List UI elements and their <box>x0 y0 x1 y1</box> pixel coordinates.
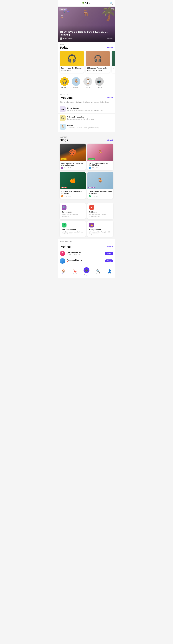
blog-date: 23 Sep 2019 <box>91 167 98 168</box>
menu-icon[interactable]: ☰ <box>60 2 62 5</box>
blog-meta: M 23 Sep 2019 <box>89 167 112 169</box>
feature-card[interactable]: ⚙️ Components Use the fastest easy-to-us… <box>60 203 86 219</box>
products-label: OVERVIEW <box>58 92 115 96</box>
blog-card-title: Check the Best Selling Furniture of This… <box>89 190 112 194</box>
news-card-title: 20 Presents That Actually Won't Get Re-G… <box>87 67 109 72</box>
hero-time: 5 hours ago <box>106 38 113 40</box>
news-card-body: Is This a New Trend? <box>112 66 115 70</box>
blog-avatar: M <box>89 167 91 169</box>
nav-item-home[interactable]: 🏠 Home <box>58 269 69 274</box>
categories-section: 🎧 Headphones 🪑 Furniture ⌚ Watch 📷 Camer… <box>58 76 115 92</box>
blogs-label: LASTEST <box>58 134 115 138</box>
profile-item: F Furmaan Bharyar 📍 London Follow <box>58 257 115 265</box>
blog-tag: FOODS <box>61 186 67 188</box>
blogs-title: Blogs <box>60 138 68 142</box>
product-thumb: 🕶️ <box>60 106 66 112</box>
profile-avatar: C <box>60 251 65 256</box>
product-item[interactable]: 🕶️ Pinky Glasses Simple and elegant desi… <box>58 105 115 114</box>
profile-icon: 👤 <box>108 269 111 273</box>
nav-item-compose[interactable]: ➕ Compose <box>81 268 92 276</box>
feature-desc: We designed Bitter Ready to build long i… <box>89 231 111 235</box>
nav-item-search[interactable]: 🔍 Search <box>92 269 104 274</box>
blog-card-body: Is Orange Juice the Enemy of the Disease… <box>60 190 86 199</box>
blog-meta: A 13 Sep 2019 <box>61 195 84 198</box>
app-name: Bitter <box>85 2 91 4</box>
news-card[interactable]: 🎧 Can you spot the difference in this sc… <box>60 51 84 73</box>
profile-name: Furmaan Bharyar <box>67 259 103 261</box>
feature-desc: All in Bitter you can easily build and a… <box>62 231 84 235</box>
follow-button[interactable]: Follow <box>105 252 113 255</box>
category-label: Watch <box>86 86 90 88</box>
products-view-all[interactable]: View All <box>107 97 113 99</box>
category-item[interactable]: ⌚ Watch <box>83 77 92 88</box>
blog-tag: SPORT <box>61 158 67 160</box>
product-item[interactable]: 🪑 Hybrid Just what you need for perfect … <box>58 122 115 131</box>
search-icon[interactable]: 🔍 <box>110 2 113 5</box>
feature-icon: ✕ <box>89 205 94 210</box>
blogs-grid: 🏀 SPORT Juxon praises Pen's resilience a… <box>58 144 115 201</box>
profile-info: Carmen Beltrán 📍 Mars 100% (29) <box>67 251 103 255</box>
feature-card[interactable]: ✕ UX Based We designed Bitter UX based, … <box>87 203 113 219</box>
profiles-section: MOST POPULAR Profiles View all C Carmen … <box>58 239 115 267</box>
nav-label-search: Search <box>96 273 100 274</box>
nav-item-profile[interactable]: 👤 Profile <box>104 269 115 274</box>
saved-icon: 🔖 <box>73 269 77 273</box>
category-label: Camera <box>97 86 102 88</box>
today-view-all[interactable]: View All <box>107 47 113 48</box>
app-title: 🌿 Bitter <box>82 2 91 4</box>
blog-meta: C 13 Sep 2019 <box>89 195 112 198</box>
news-card-image: 🎧 <box>60 51 84 66</box>
blog-card-image: 🏀 SPORT <box>60 144 86 161</box>
products-header: Products View All <box>58 96 115 101</box>
blog-card[interactable]: 🍊 FOODS Is Orange Juice the Enemy of the… <box>60 172 86 199</box>
blog-card-title: Juxon praises Pen's resilience after tes… <box>61 162 84 166</box>
follow-button[interactable]: Follow <box>105 260 113 262</box>
hero-likes: ♥ 523 <box>110 8 114 10</box>
today-section: NEWS Today View All 🎧 Can you spot the d… <box>58 42 115 76</box>
news-card-image: 🕶️ <box>112 51 115 66</box>
blog-card-title: Is Orange Juice the Enemy of the Disease… <box>61 190 84 194</box>
blog-card-image: 🍊 FOODS <box>60 172 86 190</box>
feature-name: Well Documented <box>62 228 84 230</box>
nav-item-saved[interactable]: 🔖 Saved <box>69 269 81 274</box>
blogs-view-all[interactable]: View All <box>107 139 113 141</box>
feature-card[interactable]: ☑ Well Documented All in Bitter you can … <box>60 221 86 237</box>
category-item[interactable]: 📷 Camera <box>95 77 104 88</box>
feature-name: Components <box>62 211 84 213</box>
category-label: Headphones <box>61 86 68 88</box>
hero-title: Top 10 Travel Bloggers You Should Alread… <box>60 31 113 36</box>
nav-label-compose: Compose <box>84 274 89 276</box>
category-label: Furniture <box>73 86 79 88</box>
category-circle: 📷 <box>95 77 104 86</box>
news-card[interactable]: 🕶️ Is This a New Trend? <box>112 51 115 73</box>
news-card[interactable]: 🎧 20 Presents That Actually Won't Get Re… <box>86 51 110 73</box>
product-desc: Just what you need for perfect hybrid ap… <box>67 127 113 128</box>
compose-button[interactable]: ➕ <box>84 267 89 273</box>
blog-card[interactable]: 🪑 TRAVEL Top 10 Travel Bloggers You Shou… <box>87 144 113 170</box>
blog-card-title: Top 10 Travel Bloggers You Should Follow <box>89 162 112 166</box>
blog-card[interactable]: 🏀 SPORT Juxon praises Pen's resilience a… <box>60 144 86 170</box>
today-header: Today View All <box>58 46 115 51</box>
products-title: Products <box>60 96 73 100</box>
profiles-view-all[interactable]: View all <box>107 246 113 248</box>
search-nav-icon: 🔍 <box>96 269 100 273</box>
feature-icon: 👍 <box>89 223 94 228</box>
blog-card[interactable]: 🪑 HEALTH Check the Best Selling Furnitur… <box>87 172 113 199</box>
news-card-body: 20 Presents That Actually Won't Get Re-G… <box>86 66 110 73</box>
app-header: ☰ 🌿 Bitter 🔍 <box>58 0 115 6</box>
news-scroll: 🎧 Can you spot the difference in this sc… <box>58 51 115 75</box>
feature-name: UX Based <box>89 211 111 213</box>
bottom-nav: 🏠 Home 🔖 Saved ➕ Compose 🔍 Search 👤 Prof… <box>58 267 115 278</box>
blog-date: 13 Sep 2019 <box>64 196 71 197</box>
category-item[interactable]: 🎧 Headphones <box>60 77 69 88</box>
product-item[interactable]: 🎧 Yellowish Headphone Perfect spacing an… <box>58 114 115 122</box>
categories-scroll: 🎧 Headphones 🪑 Furniture ⌚ Watch 📷 Camer… <box>58 76 115 91</box>
today-label: NEWS <box>58 42 115 46</box>
nav-label-home: Home <box>62 273 65 274</box>
category-item[interactable]: 🪑 Furniture <box>71 77 81 88</box>
feature-card[interactable]: 👍 Ready to build We designed Bitter Read… <box>87 221 113 237</box>
compose-icon: ➕ <box>85 269 88 272</box>
products-section: OVERVIEW Products View All Bitter is usi… <box>58 92 115 132</box>
hero-tag: TRAVEL <box>59 8 67 10</box>
category-circle: ⌚ <box>83 77 92 86</box>
